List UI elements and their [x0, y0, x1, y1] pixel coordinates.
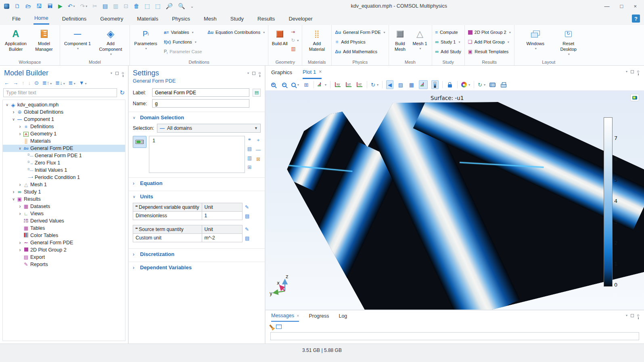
insert-unit-icon[interactable]: ▤	[245, 213, 249, 219]
save-as-button[interactable]: 🖬	[47, 3, 53, 9]
transparency-button[interactable]: ▨	[397, 80, 404, 89]
view-xz-button[interactable]: xz	[356, 80, 363, 89]
add-to-selection-icon[interactable]: ＋	[256, 137, 261, 144]
study-1-button[interactable]: ∞ Study 1▾	[435, 38, 461, 46]
filter-funnel-icon[interactable]: ▼▾	[79, 80, 87, 86]
paste-selection-icon[interactable]: ▥	[247, 155, 252, 161]
menu-tab-developer[interactable]: Developer	[288, 13, 313, 24]
build-all-button[interactable]: Build All	[272, 27, 288, 47]
move-down-icon[interactable]: ↓	[28, 80, 31, 86]
help-button[interactable]: ?	[632, 15, 640, 23]
find-button[interactable]: 🔎	[166, 3, 173, 9]
create-selection-icon[interactable]: ⚭	[247, 137, 251, 142]
selection-dropdown[interactable]: — All domains ▼	[157, 124, 261, 133]
component-1-button[interactable]: — Component 1▾	[63, 27, 92, 51]
tree-item-zero-flux-1[interactable]: D→Zero Flux 1	[3, 159, 125, 166]
functions-button[interactable]: f(x) Functions▾	[164, 38, 202, 46]
duplicate-button[interactable]: ⊡	[123, 3, 128, 9]
menu-tab-geometry[interactable]: Geometry	[99, 13, 124, 24]
view-xy-button[interactable]: xy	[334, 80, 341, 89]
tab-plot-1[interactable]: Plot 1×	[303, 66, 322, 79]
rename-button[interactable]: ▤	[253, 89, 261, 97]
insert-unit-icon[interactable]: ▤	[245, 235, 249, 241]
clear-selection-icon[interactable]: ⊠	[256, 156, 260, 162]
add-component-button[interactable]: ◈ Add Component▾	[95, 27, 126, 56]
application-builder-button[interactable]: A Application Builder	[3, 27, 28, 52]
parameter-case-button[interactable]: Pi Parameter Case	[164, 48, 202, 56]
menu-tab-file[interactable]: File	[11, 13, 21, 24]
tree-item-reports[interactable]: ✎Reports	[3, 261, 125, 268]
panel-menu-icon[interactable]: ▾	[626, 70, 627, 73]
expand-columns-icon[interactable]: ▸▸	[136, 227, 138, 230]
reset-desktop-button[interactable]: ↻ Reset Desktop▾	[557, 27, 580, 56]
physics-interface-button[interactable]: Δu General Form PDE▾	[335, 28, 385, 36]
minimize-button[interactable]: —	[604, 3, 610, 9]
pin-panel-icon[interactable]	[122, 72, 124, 74]
zoom-box-button[interactable]: ▾	[291, 80, 299, 89]
menu-tab-materials[interactable]: Materials	[136, 13, 159, 24]
zoom-to-selection-icon[interactable]: ⊞	[247, 164, 251, 170]
import-geometry-icon[interactable]: ⇥	[291, 28, 299, 35]
toolbar-overflow-button[interactable]: ⌄	[190, 4, 194, 8]
add-physics-button[interactable]: ⚛ Add Physics	[335, 38, 385, 46]
parameters-button[interactable]: Pi Parameters▾	[133, 27, 158, 51]
go-to-default-view-button[interactable]: ▾	[318, 80, 326, 89]
tree-filter-input[interactable]	[3, 88, 117, 97]
maximize-button[interactable]: □	[620, 3, 623, 9]
redo-button[interactable]: ↷▾	[80, 3, 88, 9]
mesh-1-button[interactable]: △ Mesh 1▾	[412, 27, 429, 51]
refresh-filter-icon[interactable]: ↻	[119, 89, 125, 96]
selection-list[interactable]: 1	[149, 136, 245, 173]
windows-button[interactable]: Windows▾	[524, 27, 547, 51]
edit-unit-icon[interactable]: ✎	[245, 204, 249, 210]
tree-item-root[interactable]: ∨◈kdv_equation.mph	[3, 101, 125, 108]
lock-axes-button[interactable]	[446, 80, 454, 89]
table-row[interactable]: Dimensionless 1	[133, 212, 242, 220]
select-box-button[interactable]: ⬚	[144, 3, 150, 9]
node-text-icon[interactable]: ≣▾	[69, 80, 75, 86]
zoom-extents-button[interactable]: ⊞	[303, 80, 310, 89]
save-button[interactable]: 🖫	[36, 3, 42, 9]
tab-log[interactable]: Log	[339, 310, 347, 322]
back-icon[interactable]: ←	[4, 80, 9, 86]
zoom-out-button[interactable]: −	[280, 80, 288, 89]
close-tab-icon[interactable]: ×	[319, 69, 322, 75]
model-manager-button[interactable]: Model Manager	[31, 27, 56, 52]
section-units[interactable]: ∨ Units	[129, 191, 265, 201]
add-plot-group-button[interactable]: ❏ Add Plot Group▾	[468, 38, 511, 46]
close-tab-icon[interactable]: ×	[297, 313, 299, 318]
label-input[interactable]	[152, 88, 249, 97]
new-file-button[interactable]: 🗋	[15, 3, 20, 9]
tree-item-tables[interactable]: ▦Tables	[3, 225, 125, 232]
tree-item-definitions[interactable]: ›≡Definitions	[3, 123, 125, 130]
compute-button[interactable]: = Compute	[435, 28, 461, 36]
tree-item-materials[interactable]: ⣿Materials	[3, 137, 125, 145]
plot-group-2-button[interactable]: 2D Plot Group 2▾	[468, 28, 511, 36]
snapshot-button[interactable]	[489, 80, 496, 89]
rotate-view-button[interactable]: ↻▾	[371, 80, 378, 89]
expand-columns-icon[interactable]: ▸▸	[136, 204, 138, 208]
float-panel-icon[interactable]	[115, 72, 119, 75]
open-messages-table-icon[interactable]	[276, 325, 282, 329]
menu-tab-definitions[interactable]: Definitions	[61, 13, 88, 24]
tab-graphics[interactable]: Graphics	[271, 66, 292, 79]
menu-tab-mesh[interactable]: Mesh	[203, 13, 217, 24]
collapse-all-icon[interactable]: ≣↓▾	[55, 80, 65, 86]
remove-from-selection-icon[interactable]: —	[256, 147, 261, 153]
add-material-button[interactable]: ⣿ Add Material	[305, 27, 328, 52]
copy-selection-icon[interactable]: ▤	[247, 146, 252, 152]
tree-item-geometry-1[interactable]: ›AGeometry 1	[3, 130, 125, 137]
clear-selection-button[interactable]: ⬚	[155, 3, 160, 9]
menu-tab-results[interactable]: Results	[257, 13, 276, 24]
move-up-icon[interactable]: ↑	[22, 80, 25, 86]
equation-contributions-button[interactable]: Δu Equation Contributions▾	[207, 28, 265, 36]
preview-button[interactable]: 🔍	[178, 3, 185, 9]
float-panel-icon[interactable]	[631, 314, 634, 317]
color-legend-button[interactable]	[431, 80, 439, 89]
pin-panel-icon[interactable]	[259, 72, 261, 74]
menu-tab-study[interactable]: Study	[230, 13, 245, 24]
panel-menu-icon[interactable]: ▾	[247, 71, 249, 75]
menu-tab-home[interactable]: Home	[33, 12, 49, 25]
tab-progress[interactable]: Progress	[309, 310, 329, 322]
tree-item-general-form-pde[interactable]: ∨ΔuGeneral Form PDE	[3, 145, 125, 152]
